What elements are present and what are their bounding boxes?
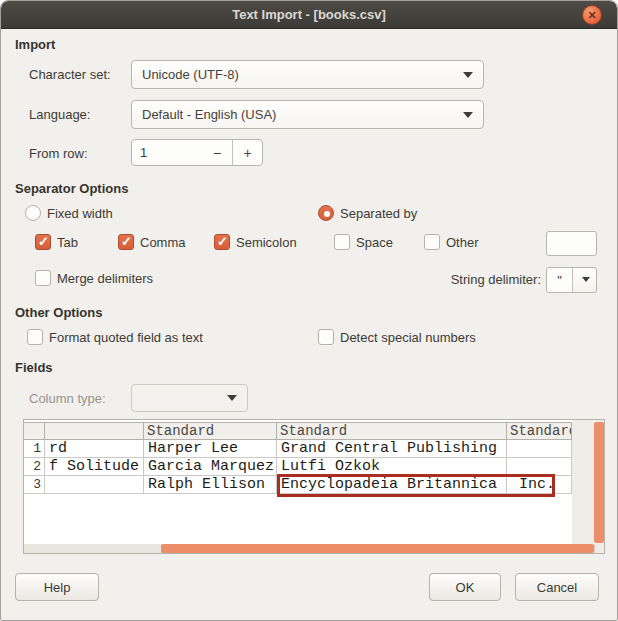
language-value: Default - English (USA) <box>142 107 276 122</box>
vertical-scrollbar[interactable] <box>594 422 604 543</box>
chevron-down-icon <box>463 112 473 118</box>
character-set-dropdown[interactable]: Unicode (UTF-8) <box>131 60 484 89</box>
ok-button[interactable]: OK <box>429 573 501 601</box>
space-checkbox[interactable] <box>334 234 350 250</box>
minus-icon[interactable]: − <box>202 140 232 165</box>
string-delimiter-value: " <box>547 268 573 292</box>
help-button[interactable]: Help <box>15 573 99 601</box>
other-checkbox-label[interactable]: Other <box>446 235 479 250</box>
separated-by-label[interactable]: Separated by <box>340 206 417 221</box>
table-cell[interactable]: rd <box>45 440 144 458</box>
column-header[interactable]: Standard <box>277 422 507 440</box>
plus-icon[interactable]: + <box>232 140 262 165</box>
chevron-down-icon <box>227 395 237 401</box>
string-delimiter-label: String delimiter: <box>391 272 541 287</box>
fixed-width-label[interactable]: Fixed width <box>47 206 113 221</box>
semicolon-checkbox[interactable] <box>214 234 230 250</box>
column-header[interactable]: Standard <box>144 422 277 440</box>
semicolon-checkbox-label[interactable]: Semicolon <box>236 235 297 250</box>
character-set-value: Unicode (UTF-8) <box>142 67 239 82</box>
from-row-label: From row: <box>29 146 88 161</box>
column-header[interactable] <box>45 422 144 440</box>
highlight-box <box>277 474 555 497</box>
chevron-down-icon <box>463 72 473 78</box>
table-cell[interactable]: Garcia Marquez <box>144 458 277 476</box>
fixed-width-radio[interactable] <box>25 205 41 221</box>
other-checkbox[interactable] <box>424 234 440 250</box>
separated-by-radio[interactable] <box>318 205 334 221</box>
chevron-down-icon <box>582 277 590 282</box>
table-header-row: Standard Standard Standard <box>24 422 572 440</box>
language-label: Language: <box>29 107 90 122</box>
space-checkbox-label[interactable]: Space <box>356 235 393 250</box>
separator-options-heading: Separator Options <box>15 181 128 196</box>
window-title: Text Import - [books.csv] <box>232 7 386 22</box>
row-number: 2 <box>24 458 45 476</box>
import-heading: Import <box>15 37 55 52</box>
format-quoted-label[interactable]: Format quoted field as text <box>49 330 203 345</box>
corner-cell <box>24 422 45 440</box>
from-row-value: 1 <box>140 145 147 160</box>
table-row: 1 rd Harper Lee Grand Central Publishing <box>24 440 572 458</box>
string-delimiter-combobox[interactable]: " <box>546 267 597 293</box>
comma-checkbox-label[interactable]: Comma <box>140 235 186 250</box>
row-number: 1 <box>24 440 45 458</box>
row-number: 3 <box>24 476 45 494</box>
table-cell[interactable]: Ralph Ellison <box>144 476 277 494</box>
scrollbar-corner <box>594 544 604 553</box>
detect-special-checkbox[interactable] <box>318 329 334 345</box>
column-type-dropdown[interactable] <box>131 384 248 412</box>
close-icon[interactable]: ✕ <box>582 5 602 25</box>
table-cell[interactable]: Grand Central Publishing <box>277 440 507 458</box>
column-type-label: Column type: <box>29 391 106 406</box>
tab-checkbox[interactable] <box>35 234 51 250</box>
text-import-dialog: Text Import - [books.csv] ✕ Import Chara… <box>0 0 618 621</box>
from-row-stepper[interactable]: 1 − + <box>131 139 263 166</box>
tab-checkbox-label[interactable]: Tab <box>57 235 78 250</box>
table-cell[interactable] <box>45 476 144 494</box>
detect-special-label[interactable]: Detect special numbers <box>340 330 476 345</box>
horizontal-scrollbar-thumb[interactable] <box>161 544 594 553</box>
table-cell[interactable]: f Solitude <box>45 458 144 476</box>
character-set-label: Character set: <box>29 67 111 82</box>
other-separator-input[interactable] <box>546 231 597 256</box>
table-cell[interactable] <box>507 440 572 458</box>
horizontal-scrollbar[interactable] <box>24 544 604 553</box>
format-quoted-checkbox[interactable] <box>27 329 43 345</box>
merge-delimiters-label[interactable]: Merge delimiters <box>57 271 153 286</box>
other-options-heading: Other Options <box>15 305 102 320</box>
column-header[interactable]: Standard <box>507 422 572 440</box>
fields-heading: Fields <box>15 360 53 375</box>
language-dropdown[interactable]: Default - English (USA) <box>131 100 484 129</box>
titlebar: Text Import - [books.csv] ✕ <box>1 1 617 29</box>
merge-delimiters-checkbox[interactable] <box>35 270 51 286</box>
table-cell[interactable]: Harper Lee <box>144 440 277 458</box>
comma-checkbox[interactable] <box>118 234 134 250</box>
cancel-button[interactable]: Cancel <box>515 573 599 601</box>
